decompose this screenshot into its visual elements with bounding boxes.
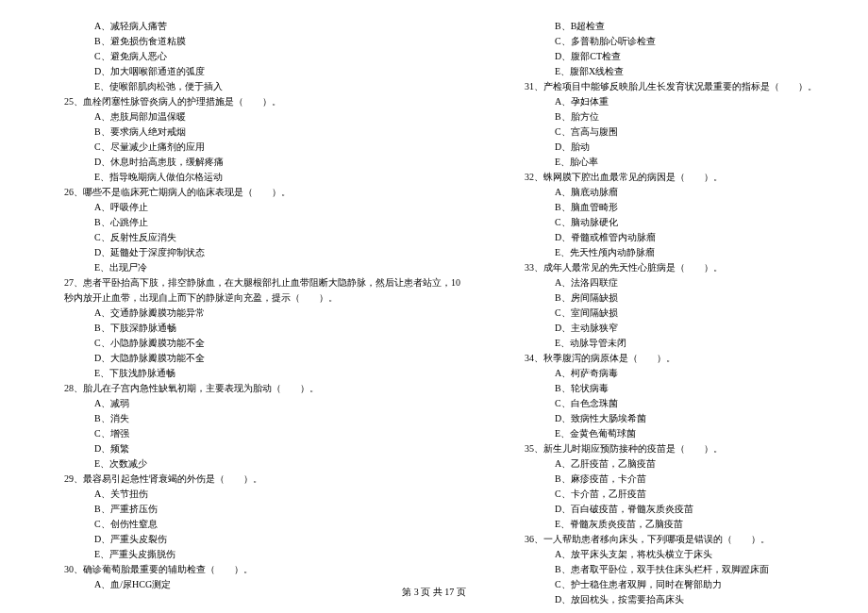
option-item: E、出现尸冷 bbox=[38, 260, 460, 275]
option-item: C、宫高与腹围 bbox=[498, 124, 830, 140]
option-item: B、要求病人绝对戒烟 bbox=[38, 124, 460, 140]
question-34: 34、秋季腹泻的病原体是（ ）。 bbox=[498, 351, 830, 366]
question-25: 25、血栓闭塞性脉管炎病人的护理措施是（ ）。 bbox=[38, 94, 460, 109]
option-item: D、延髓处于深度抑制状态 bbox=[38, 245, 460, 260]
option-item: A、减弱 bbox=[38, 396, 460, 411]
option-item: D、频繁 bbox=[38, 441, 460, 456]
option-item: E、严重头皮撕脱伤 bbox=[38, 547, 460, 562]
option-item: C、反射性反应消失 bbox=[38, 230, 460, 245]
option-item: C、尽量减少止痛剂的应用 bbox=[38, 140, 460, 155]
option-item: D、脊髓或椎管内动脉瘤 bbox=[498, 230, 830, 245]
question-27: 27、患者平卧抬高下肢，排空静脉血，在大腿根部扎止血带阻断大隐静脉，然后让患者站… bbox=[38, 275, 460, 290]
option-item: B、心跳停止 bbox=[38, 215, 460, 230]
option-item: D、大隐静脉瓣膜功能不全 bbox=[38, 351, 460, 366]
option-item: E、次数减少 bbox=[38, 456, 460, 472]
option-item: B、轮状病毒 bbox=[498, 381, 830, 396]
option-item: C、室间隔缺损 bbox=[498, 306, 830, 321]
option-item: D、休息时抬高患肢，缓解疼痛 bbox=[38, 155, 460, 170]
option-item: A、孕妇体重 bbox=[498, 94, 830, 109]
option-item: B、避免损伤食道粘膜 bbox=[38, 34, 460, 49]
option-item: E、指导晚期病人做伯尔格运动 bbox=[38, 170, 460, 185]
option-item: A、减轻病人痛苦 bbox=[38, 19, 460, 34]
option-item: D、腹部CT检查 bbox=[498, 49, 830, 64]
option-item: D、致病性大肠埃希菌 bbox=[498, 411, 830, 426]
option-item: D、胎动 bbox=[498, 140, 830, 155]
option-item: E、下肢浅静脉通畅 bbox=[38, 366, 460, 381]
option-item: E、使喉部肌肉松弛，便于插入 bbox=[38, 79, 460, 94]
option-item: C、白色念珠菌 bbox=[498, 396, 830, 411]
option-item: E、腹部X线检查 bbox=[498, 64, 830, 79]
option-item: E、金黄色葡萄球菌 bbox=[498, 426, 830, 441]
question-32: 32、蛛网膜下腔出血最常见的病因是（ ）。 bbox=[498, 170, 830, 185]
page-content: A、减轻病人痛苦 B、避免损伤食道粘膜 C、避免病人恶心 D、加大咽喉部通道的弧… bbox=[38, 19, 830, 566]
question-29: 29、最容易引起急性肾衰竭的外伤是（ ）。 bbox=[38, 472, 460, 487]
option-item: B、B超检查 bbox=[498, 19, 830, 34]
question-28: 28、胎儿在子宫内急性缺氧初期，主要表现为胎动（ ）。 bbox=[38, 381, 460, 396]
right-column: B、B超检查 C、多普勒胎心听诊检查 D、腹部CT检查 E、腹部X线检查 31、… bbox=[498, 19, 830, 566]
option-item: A、呼吸停止 bbox=[38, 200, 460, 215]
option-item: A、放平床头支架，将枕头横立于床头 bbox=[498, 547, 830, 562]
option-item: E、胎心率 bbox=[498, 155, 830, 170]
option-item: C、创伤性窒息 bbox=[38, 517, 460, 532]
option-item: B、消失 bbox=[38, 411, 460, 426]
question-27-continuation: 秒内放开止血带，出现自上而下的静脉逆向充盈，提示（ ）。 bbox=[38, 290, 460, 306]
question-35: 35、新生儿时期应预防接种的疫苗是（ ）。 bbox=[498, 441, 830, 456]
question-30: 30、确诊葡萄胎最重要的辅助检查（ ）。 bbox=[38, 562, 460, 577]
option-item: B、严重挤压伤 bbox=[38, 502, 460, 517]
option-item: E、先天性颅内动静脉瘤 bbox=[498, 245, 830, 260]
option-item: D、主动脉狭窄 bbox=[498, 321, 830, 336]
left-column: A、减轻病人痛苦 B、避免损伤食道粘膜 C、避免病人恶心 D、加大咽喉部通道的弧… bbox=[38, 19, 460, 566]
option-item: A、交通静脉瓣膜功能异常 bbox=[38, 306, 460, 321]
question-36: 36、一人帮助患者移向床头，下列哪项是错误的（ ）。 bbox=[498, 532, 830, 547]
option-item: A、关节扭伤 bbox=[38, 487, 460, 502]
option-item: A、乙肝疫苗，乙脑疫苗 bbox=[498, 456, 830, 472]
option-item: C、增强 bbox=[38, 426, 460, 441]
option-item: E、脊髓灰质炎疫苗，乙脑疫苗 bbox=[498, 517, 830, 532]
option-item: B、脑血管畸形 bbox=[498, 200, 830, 215]
option-item: C、卡介苗，乙肝疫苗 bbox=[498, 487, 830, 502]
option-item: A、脑底动脉瘤 bbox=[498, 185, 830, 200]
question-33: 33、成年人最常见的先天性心脏病是（ ）。 bbox=[498, 260, 830, 275]
question-31: 31、产检项目中能够反映胎儿生长发育状况最重要的指标是（ ）。 bbox=[498, 79, 830, 94]
option-item: C、避免病人恶心 bbox=[38, 49, 460, 64]
option-item: C、脑动脉硬化 bbox=[498, 215, 830, 230]
page-footer: 第 3 页 共 17 页 bbox=[0, 586, 868, 599]
option-item: A、法洛四联症 bbox=[498, 275, 830, 290]
option-item: C、小隐静脉瓣膜功能不全 bbox=[38, 336, 460, 351]
option-item: C、多普勒胎心听诊检查 bbox=[498, 34, 830, 49]
option-item: B、患者取平卧位，双手扶住床头栏杆，双脚蹬床面 bbox=[498, 562, 830, 577]
option-item: B、胎方位 bbox=[498, 109, 830, 124]
option-item: D、加大咽喉部通道的弧度 bbox=[38, 64, 460, 79]
option-item: E、动脉导管未闭 bbox=[498, 336, 830, 351]
question-26: 26、哪些不是临床死亡期病人的临床表现是（ ）。 bbox=[38, 185, 460, 200]
option-item: B、下肢深静脉通畅 bbox=[38, 321, 460, 336]
option-item: B、房间隔缺损 bbox=[498, 290, 830, 306]
option-item: D、百白破疫苗，脊髓灰质炎疫苗 bbox=[498, 502, 830, 517]
option-item: B、麻疹疫苗，卡介苗 bbox=[498, 472, 830, 487]
option-item: A、患肢局部加温保暖 bbox=[38, 109, 460, 124]
option-item: A、柯萨奇病毒 bbox=[498, 366, 830, 381]
option-item: D、严重头皮裂伤 bbox=[38, 532, 460, 547]
